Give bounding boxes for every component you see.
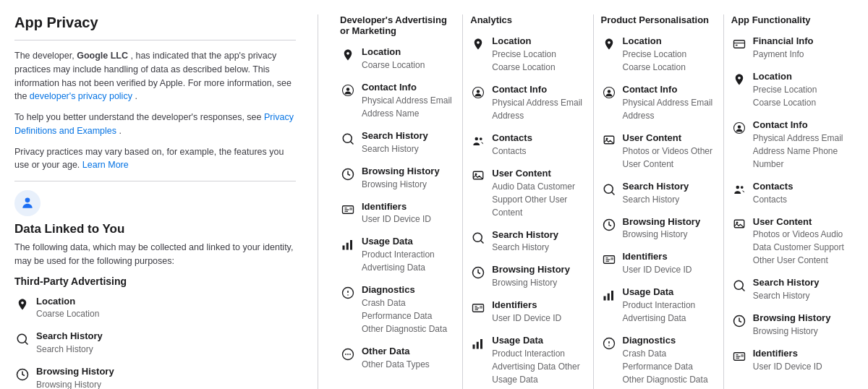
location-icon bbox=[14, 296, 30, 312]
privacy-item: Usage DataProduct Interaction Advertisin… bbox=[601, 286, 716, 325]
privacy-item-content: LocationCoarse Location bbox=[362, 46, 425, 72]
privacy-item: Browsing HistoryBrowsing History bbox=[14, 366, 296, 389]
diagnostics-icon bbox=[601, 335, 617, 351]
identifiers-icon bbox=[601, 252, 617, 268]
svg-rect-57 bbox=[607, 294, 609, 301]
intro-text-3: . bbox=[135, 91, 137, 101]
privacy-item: DiagnosticsCrash Data Performance Data O… bbox=[601, 335, 716, 386]
privacy-item-sub: User ID Device ID bbox=[492, 312, 561, 325]
data-linked-title: Data Linked to You bbox=[14, 222, 296, 236]
privacy-item-sub: Photos or Videos Audio Data Customer Sup… bbox=[753, 228, 846, 267]
privacy-item-content: DiagnosticsCrash Data Performance Data O… bbox=[362, 284, 455, 335]
page-title: App Privacy bbox=[14, 14, 296, 31]
privacy-item: Other DataOther Data Types bbox=[340, 346, 455, 371]
privacy-item-content: ContactsContacts bbox=[492, 132, 532, 158]
usage-icon bbox=[470, 335, 486, 351]
privacy-item-sub: Precise Location Coarse Location bbox=[753, 83, 846, 109]
privacy-item-content: Browsing HistoryBrowsing History bbox=[362, 166, 440, 191]
privacy-item-content: LocationPrecise Location Coarse Location bbox=[492, 35, 585, 74]
privacy-item-title: Financial Info bbox=[753, 35, 814, 48]
svg-point-72 bbox=[741, 186, 744, 189]
privacy-item: ContactsContacts bbox=[731, 181, 846, 206]
contact-icon bbox=[601, 85, 617, 101]
privacy-item-sub: User ID Device ID bbox=[623, 263, 692, 276]
privacy-item-sub: Contacts bbox=[492, 145, 532, 158]
svg-point-0 bbox=[25, 198, 30, 203]
usage-icon bbox=[601, 287, 617, 303]
privacy-item-title: Identifiers bbox=[753, 348, 822, 360]
privacy-item-title: Usage Data bbox=[492, 335, 585, 347]
svg-point-8 bbox=[346, 87, 350, 91]
privacy-item-title: Usage Data bbox=[362, 236, 455, 248]
svg-line-10 bbox=[351, 142, 354, 145]
svg-point-30 bbox=[480, 137, 482, 140]
privacy-item-sub: Crash Data Performance Data Other Diagno… bbox=[623, 347, 716, 386]
svg-rect-55 bbox=[610, 257, 613, 260]
svg-rect-82 bbox=[741, 354, 744, 357]
column-header-1: Analytics bbox=[470, 14, 585, 25]
privacy-item-title: Browsing History bbox=[623, 216, 701, 228]
privacy-item-content: Usage DataProduct Interaction Advertisin… bbox=[623, 286, 716, 325]
privacy-item-title: Location bbox=[753, 71, 846, 83]
privacy-item-content: Browsing HistoryBrowsing History bbox=[753, 312, 831, 338]
privacy-item-sub: Contacts bbox=[753, 193, 793, 206]
privacy-note-2: . bbox=[119, 126, 122, 136]
privacy-item: Financial InfoPayment Info bbox=[731, 35, 846, 61]
privacy-item-title: Identifiers bbox=[492, 299, 561, 312]
privacy-item-title: Contact Info bbox=[753, 119, 846, 132]
svg-point-24 bbox=[345, 354, 346, 355]
privacy-item-sub: Search History bbox=[753, 289, 820, 302]
privacy-item-content: LocationCoarse Location bbox=[36, 296, 99, 321]
privacy-item-title: Identifiers bbox=[623, 251, 692, 263]
privacy-item: Usage DataProduct Interaction Advertisin… bbox=[340, 236, 455, 274]
learn-more-link[interactable]: Learn More bbox=[82, 160, 129, 170]
location-icon bbox=[731, 72, 747, 87]
privacy-item-content: Browsing HistoryBrowsing History bbox=[623, 216, 701, 241]
columns-container: Developer's Advertising or MarketingLoca… bbox=[333, 14, 854, 389]
svg-point-33 bbox=[474, 233, 482, 241]
privacy-item-title: Contact Info bbox=[492, 84, 585, 96]
privacy-item: IdentifiersUser ID Device ID bbox=[601, 251, 716, 276]
financial-icon bbox=[731, 36, 747, 52]
privacy-vary-paragraph: Privacy practices may vary based on, for… bbox=[14, 145, 296, 173]
privacy-item: Contact InfoPhysical Address Email Addre… bbox=[470, 84, 585, 122]
privacy-item: Browsing HistoryBrowsing History bbox=[470, 264, 585, 289]
privacy-item-sub: Browsing History bbox=[362, 178, 440, 191]
svg-point-1 bbox=[17, 335, 26, 343]
privacy-item: Search HistorySearch History bbox=[470, 229, 585, 255]
privacy-item-content: Browsing HistoryBrowsing History bbox=[492, 264, 570, 289]
privacy-item-title: Diagnostics bbox=[623, 335, 716, 347]
privacy-item-content: Contact InfoPhysical Address Email Addre… bbox=[623, 84, 716, 122]
privacy-item-title: Search History bbox=[362, 130, 428, 142]
privacy-item-title: User Content bbox=[492, 168, 585, 180]
privacy-item-sub: Audio Data Customer Support Other User C… bbox=[492, 180, 585, 219]
privacy-item-title: Usage Data bbox=[623, 286, 716, 299]
privacy-vary-text: Privacy practices may vary based on, for… bbox=[14, 147, 284, 171]
privacy-item: User ContentAudio Data Customer Support … bbox=[470, 168, 585, 219]
privacy-item-sub: Browsing History bbox=[492, 276, 570, 289]
privacy-item-sub: Payment Info bbox=[753, 48, 814, 61]
contact-icon bbox=[731, 120, 747, 136]
privacy-item: Browsing HistoryBrowsing History bbox=[340, 166, 455, 191]
privacy-item: Contact InfoPhysical Address Email Addre… bbox=[731, 119, 846, 171]
identifiers-icon bbox=[340, 202, 356, 218]
privacy-item-title: Location bbox=[36, 296, 99, 308]
privacy-item: LocationPrecise Location Coarse Location bbox=[731, 71, 846, 109]
location-icon bbox=[601, 36, 617, 52]
privacy-item-sub: Physical Address Email Address bbox=[492, 96, 585, 122]
usercontent-icon bbox=[470, 168, 486, 184]
privacy-item-content: ContactsContacts bbox=[753, 181, 793, 206]
privacy-item-sub: Product Interaction Advertising Data bbox=[362, 248, 455, 274]
svg-point-75 bbox=[734, 281, 743, 290]
privacy-item-content: DiagnosticsCrash Data Performance Data O… bbox=[623, 335, 716, 386]
privacy-item-sub: Product Interaction Advertising Data bbox=[623, 299, 716, 325]
other-icon bbox=[340, 346, 356, 362]
developer-privacy-policy-link[interactable]: developer's privacy policy bbox=[30, 91, 132, 101]
privacy-item-sub: Physical Address Email Address bbox=[623, 96, 716, 122]
diagnostics-icon bbox=[340, 285, 356, 301]
privacy-item: Browsing HistoryBrowsing History bbox=[731, 312, 846, 338]
location-icon bbox=[340, 47, 356, 63]
svg-line-34 bbox=[481, 240, 484, 243]
privacy-item-content: LocationPrecise Location Coarse Location bbox=[753, 71, 846, 109]
privacy-item-title: Search History bbox=[753, 277, 820, 289]
